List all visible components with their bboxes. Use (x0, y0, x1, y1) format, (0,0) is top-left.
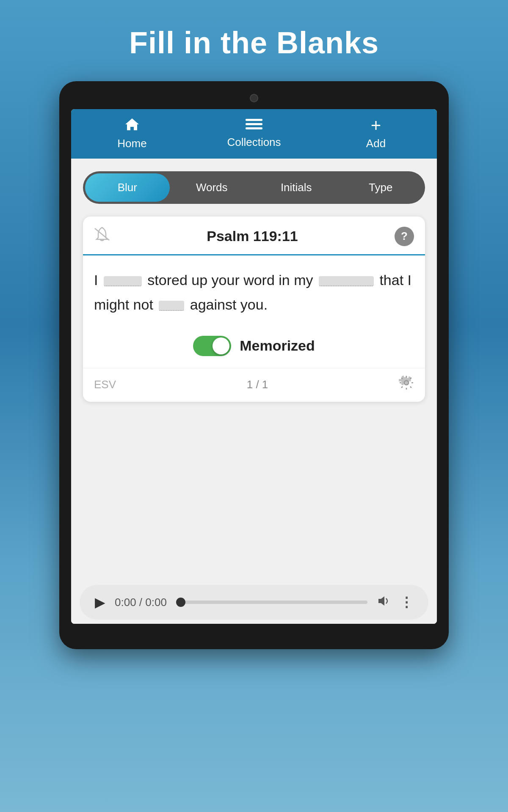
collections-icon (246, 118, 262, 133)
home-icon (124, 117, 140, 134)
add-icon: + (371, 117, 381, 134)
verse-card: Psalm 119:11 ? I stored up your word in … (83, 217, 425, 402)
blank-3 (159, 301, 184, 311)
nav-collections-label: Collections (227, 136, 281, 149)
content-area: Blur Words Initials Type Psalm 119:11 (71, 159, 437, 624)
bell-icon (94, 226, 110, 247)
more-options-icon[interactable]: ⋮ (400, 598, 413, 607)
nav-collections[interactable]: Collections (193, 118, 315, 149)
mode-tabs: Blur Words Initials Type (83, 171, 425, 204)
audio-player: ▶ 0:00 / 0:00 ⋮ (80, 585, 428, 620)
memorized-label: Memorized (240, 337, 315, 354)
translation-label: ESV (94, 378, 116, 391)
page-title: Fill in the Blanks (129, 25, 379, 60)
verse-card-header: Psalm 119:11 ? (83, 217, 425, 255)
play-button[interactable]: ▶ (95, 594, 105, 610)
tab-initials[interactable]: Initials (254, 173, 339, 202)
svg-marker-5 (378, 596, 384, 606)
verse-text-area: I stored up your word in my that I might… (83, 255, 425, 326)
tablet-device: Home Collections + Add (59, 81, 449, 649)
svg-rect-1 (246, 123, 262, 125)
memorized-section: Memorized (83, 326, 425, 368)
tablet-screen: Home Collections + Add (71, 109, 437, 624)
page-indicator: 1 / 1 (247, 378, 268, 391)
progress-dot (176, 598, 185, 607)
nav-home-label: Home (117, 137, 146, 150)
tab-blur[interactable]: Blur (85, 173, 170, 202)
time-display: 0:00 / 0:00 (115, 596, 167, 609)
svg-rect-0 (246, 119, 262, 121)
tab-type[interactable]: Type (339, 173, 423, 202)
tab-words[interactable]: Words (170, 173, 254, 202)
memorized-toggle[interactable] (193, 336, 231, 356)
settings-icon[interactable] (399, 375, 414, 394)
progress-bar[interactable] (176, 601, 367, 604)
nav-home[interactable]: Home (71, 117, 193, 150)
verse-reference: Psalm 119:11 (207, 228, 298, 244)
verse-text: I stored up your word in my that I might… (94, 268, 414, 317)
volume-icon[interactable] (377, 595, 390, 610)
verse-card-footer: ESV 1 / 1 (83, 368, 425, 402)
toggle-knob (213, 337, 229, 354)
blank-1 (104, 276, 142, 286)
nav-add[interactable]: + Add (315, 117, 437, 150)
blank-2 (319, 276, 374, 286)
nav-add-label: Add (366, 137, 386, 150)
svg-rect-2 (246, 127, 262, 129)
help-button[interactable]: ? (395, 227, 414, 246)
nav-bar: Home Collections + Add (71, 109, 437, 159)
camera-lens (250, 94, 258, 102)
